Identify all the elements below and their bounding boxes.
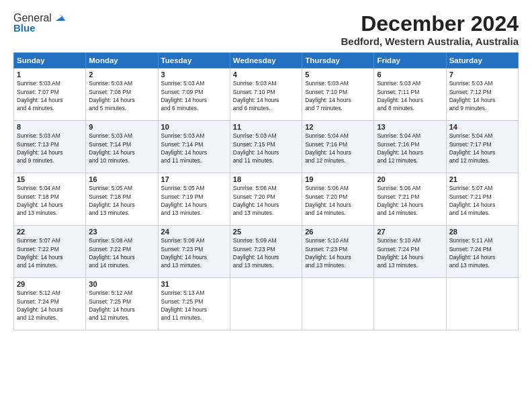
calendar-cell: 6Sunrise: 5:03 AM Sunset: 7:11 PM Daylig… [374, 68, 446, 121]
calendar-cell: 29Sunrise: 5:12 AM Sunset: 7:24 PM Dayli… [14, 278, 86, 330]
day-number: 31 [161, 280, 227, 288]
calendar-cell: 31Sunrise: 5:13 AM Sunset: 7:25 PM Dayli… [158, 278, 230, 330]
calendar-cell: 7Sunrise: 5:03 AM Sunset: 7:12 PM Daylig… [446, 68, 518, 121]
day-number: 7 [449, 71, 515, 79]
day-number: 3 [161, 71, 227, 79]
calendar-week-4: 22Sunrise: 5:07 AM Sunset: 7:22 PM Dayli… [14, 226, 519, 278]
calendar-table: Sunday Monday Tuesday Wednesday Thursday… [13, 52, 519, 330]
calendar-cell [446, 278, 518, 330]
calendar-cell: 23Sunrise: 5:08 AM Sunset: 7:22 PM Dayli… [86, 226, 158, 278]
calendar-cell: 24Sunrise: 5:08 AM Sunset: 7:23 PM Dayli… [158, 226, 230, 278]
calendar-cell: 9Sunrise: 5:03 AM Sunset: 7:14 PM Daylig… [86, 121, 158, 173]
title-section: December 2024 Bedford, Western Australia… [341, 12, 519, 47]
calendar-week-3: 15Sunrise: 5:04 AM Sunset: 7:18 PM Dayli… [14, 173, 519, 226]
day-number: 15 [17, 175, 83, 183]
calendar-header: Sunday Monday Tuesday Wednesday Thursday… [14, 53, 519, 68]
day-info: Sunrise: 5:08 AM Sunset: 7:23 PM Dayligh… [161, 236, 227, 269]
header-wednesday: Wednesday [230, 53, 302, 68]
calendar-cell: 3Sunrise: 5:03 AM Sunset: 7:09 PM Daylig… [158, 68, 230, 121]
calendar-cell: 13Sunrise: 5:04 AM Sunset: 7:16 PM Dayli… [374, 121, 446, 173]
day-info: Sunrise: 5:11 AM Sunset: 7:24 PM Dayligh… [449, 236, 515, 269]
day-info: Sunrise: 5:03 AM Sunset: 7:15 PM Dayligh… [233, 132, 299, 165]
day-number: 26 [305, 228, 371, 236]
calendar-cell: 8Sunrise: 5:03 AM Sunset: 7:13 PM Daylig… [14, 121, 86, 173]
day-number: 21 [449, 175, 515, 183]
day-number: 20 [377, 175, 443, 183]
day-number: 4 [233, 71, 299, 79]
calendar-cell: 15Sunrise: 5:04 AM Sunset: 7:18 PM Dayli… [14, 173, 86, 226]
calendar-cell [302, 278, 374, 330]
day-number: 19 [305, 175, 371, 183]
day-info: Sunrise: 5:12 AM Sunset: 7:25 PM Dayligh… [89, 289, 154, 322]
day-info: Sunrise: 5:06 AM Sunset: 7:21 PM Dayligh… [377, 184, 443, 217]
day-number: 27 [377, 228, 443, 236]
day-number: 10 [161, 123, 227, 131]
day-info: Sunrise: 5:09 AM Sunset: 7:23 PM Dayligh… [233, 236, 299, 269]
day-number: 8 [17, 123, 83, 131]
header: General Blue December 2024 Bedford, West… [13, 12, 519, 47]
header-sunday: Sunday [14, 53, 86, 68]
day-info: Sunrise: 5:04 AM Sunset: 7:16 PM Dayligh… [377, 132, 443, 165]
day-info: Sunrise: 5:06 AM Sunset: 7:20 PM Dayligh… [233, 184, 299, 217]
day-info: Sunrise: 5:07 AM Sunset: 7:22 PM Dayligh… [17, 236, 83, 269]
day-info: Sunrise: 5:03 AM Sunset: 7:07 PM Dayligh… [17, 79, 83, 112]
day-info: Sunrise: 5:12 AM Sunset: 7:24 PM Dayligh… [17, 289, 83, 322]
day-info: Sunrise: 5:10 AM Sunset: 7:24 PM Dayligh… [377, 236, 443, 269]
month-title: December 2024 [341, 12, 519, 36]
day-number: 12 [305, 123, 371, 131]
day-info: Sunrise: 5:08 AM Sunset: 7:22 PM Dayligh… [89, 236, 154, 269]
day-number: 30 [89, 280, 154, 288]
calendar-cell: 22Sunrise: 5:07 AM Sunset: 7:22 PM Dayli… [14, 226, 86, 278]
day-info: Sunrise: 5:03 AM Sunset: 7:09 PM Dayligh… [161, 79, 227, 112]
calendar-week-5: 29Sunrise: 5:12 AM Sunset: 7:24 PM Dayli… [14, 278, 519, 330]
day-info: Sunrise: 5:03 AM Sunset: 7:10 PM Dayligh… [233, 79, 299, 112]
day-info: Sunrise: 5:05 AM Sunset: 7:18 PM Dayligh… [89, 184, 154, 217]
day-number: 22 [17, 228, 83, 236]
day-info: Sunrise: 5:03 AM Sunset: 7:14 PM Dayligh… [161, 132, 227, 165]
day-number: 24 [161, 228, 227, 236]
header-friday: Friday [374, 53, 446, 68]
calendar-week-1: 1Sunrise: 5:03 AM Sunset: 7:07 PM Daylig… [14, 68, 519, 121]
calendar-cell: 20Sunrise: 5:06 AM Sunset: 7:21 PM Dayli… [374, 173, 446, 226]
day-number: 1 [17, 71, 83, 79]
day-info: Sunrise: 5:03 AM Sunset: 7:14 PM Dayligh… [89, 132, 154, 165]
calendar-cell: 5Sunrise: 5:03 AM Sunset: 7:10 PM Daylig… [302, 68, 374, 121]
calendar-cell: 4Sunrise: 5:03 AM Sunset: 7:10 PM Daylig… [230, 68, 302, 121]
day-info: Sunrise: 5:03 AM Sunset: 7:10 PM Dayligh… [305, 79, 371, 112]
calendar-cell [230, 278, 302, 330]
day-number: 23 [89, 228, 154, 236]
day-info: Sunrise: 5:03 AM Sunset: 7:13 PM Dayligh… [17, 132, 83, 165]
calendar-cell: 18Sunrise: 5:06 AM Sunset: 7:20 PM Dayli… [230, 173, 302, 226]
day-info: Sunrise: 5:05 AM Sunset: 7:19 PM Dayligh… [161, 184, 227, 217]
location: Bedford, Western Australia, Australia [341, 36, 519, 47]
day-info: Sunrise: 5:06 AM Sunset: 7:20 PM Dayligh… [305, 184, 371, 217]
calendar-cell: 12Sunrise: 5:04 AM Sunset: 7:16 PM Dayli… [302, 121, 374, 173]
day-number: 25 [233, 228, 299, 236]
header-tuesday: Tuesday [158, 53, 230, 68]
header-saturday: Saturday [446, 53, 518, 68]
calendar-body: 1Sunrise: 5:03 AM Sunset: 7:07 PM Daylig… [14, 68, 519, 330]
day-number: 29 [17, 280, 83, 288]
day-info: Sunrise: 5:03 AM Sunset: 7:08 PM Dayligh… [89, 79, 154, 112]
calendar-cell: 21Sunrise: 5:07 AM Sunset: 7:21 PM Dayli… [446, 173, 518, 226]
logo-blue-text: Blue [13, 22, 36, 34]
day-info: Sunrise: 5:13 AM Sunset: 7:25 PM Dayligh… [161, 289, 227, 322]
header-monday: Monday [86, 53, 158, 68]
day-number: 17 [161, 175, 227, 183]
header-thursday: Thursday [302, 53, 374, 68]
calendar-cell [374, 278, 446, 330]
calendar-cell: 16Sunrise: 5:05 AM Sunset: 7:18 PM Dayli… [86, 173, 158, 226]
day-info: Sunrise: 5:03 AM Sunset: 7:12 PM Dayligh… [449, 79, 515, 112]
day-number: 16 [89, 175, 154, 183]
calendar-cell: 17Sunrise: 5:05 AM Sunset: 7:19 PM Dayli… [158, 173, 230, 226]
day-number: 14 [449, 123, 515, 131]
calendar-cell: 11Sunrise: 5:03 AM Sunset: 7:15 PM Dayli… [230, 121, 302, 173]
day-info: Sunrise: 5:04 AM Sunset: 7:18 PM Dayligh… [17, 184, 83, 217]
day-info: Sunrise: 5:10 AM Sunset: 7:23 PM Dayligh… [305, 236, 371, 269]
logo-icon [53, 11, 65, 24]
day-number: 13 [377, 123, 443, 131]
day-info: Sunrise: 5:07 AM Sunset: 7:21 PM Dayligh… [449, 184, 515, 217]
calendar-cell: 2Sunrise: 5:03 AM Sunset: 7:08 PM Daylig… [86, 68, 158, 121]
calendar-cell: 14Sunrise: 5:04 AM Sunset: 7:17 PM Dayli… [446, 121, 518, 173]
day-number: 28 [449, 228, 515, 236]
